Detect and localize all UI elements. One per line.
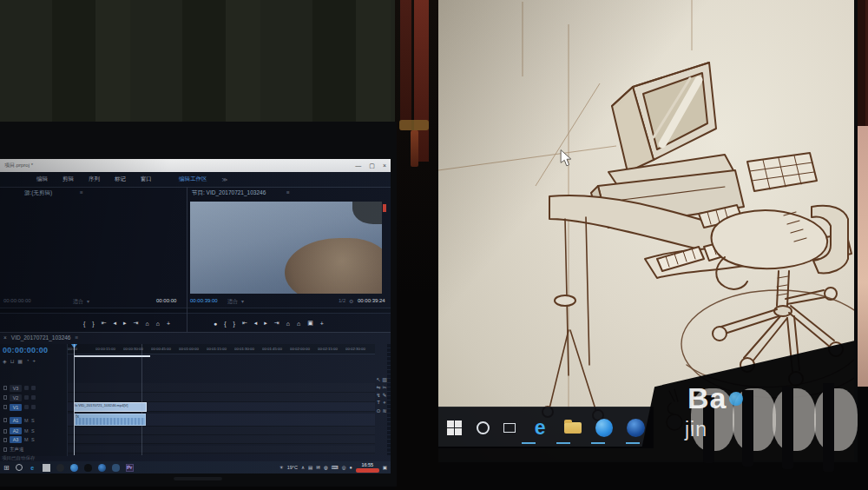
track-name[interactable]: A1 (10, 417, 22, 424)
timeline-ruler[interactable]: 00:0000:00:15:0000:00:30:0000:00:45:0000… (68, 344, 375, 354)
mute-solo-buttons[interactable]: M S (24, 428, 36, 434)
work-area-bar[interactable] (74, 355, 150, 357)
go-to-in-icon[interactable]: ⇤ (242, 320, 247, 327)
track-toggle-icon[interactable] (31, 386, 36, 390)
weather-temp[interactable]: 19°C (287, 465, 298, 470)
mark-out-icon[interactable]: } (92, 321, 94, 327)
weather-icon[interactable]: ☀ (279, 465, 284, 470)
source-fit-caret-icon[interactable]: ▾ (87, 298, 89, 304)
audio-clip[interactable]: fx (75, 414, 146, 426)
overwrite-icon[interactable]: ⌂ (156, 321, 160, 327)
timeline-settings-icon[interactable]: ◔ (26, 358, 30, 364)
browser-icon[interactable] (70, 464, 78, 472)
track-lane-v2[interactable] (68, 393, 375, 402)
track-header-a1[interactable]: A1 M S (0, 414, 68, 427)
premiere-icon[interactable]: Pr (126, 464, 134, 472)
edge-icon[interactable]: e (529, 418, 550, 439)
menu-item[interactable]: 序列 (89, 175, 100, 183)
mark-in-icon[interactable]: { (224, 321, 226, 327)
source-zoom-bar[interactable] (0, 308, 187, 314)
track-toggle-icon[interactable] (24, 405, 29, 409)
notification-dot-icon[interactable]: ● (349, 465, 352, 470)
track-lock-icon[interactable] (3, 405, 7, 409)
mute-solo-buttons[interactable]: M S (24, 437, 36, 442)
track-lock-icon[interactable] (3, 429, 7, 434)
tray-app-icon-2[interactable]: ◍ (324, 465, 328, 470)
play-icon[interactable]: ▸ (123, 320, 127, 327)
track-toggle-icon[interactable] (24, 386, 29, 390)
video-clip[interactable]: fx VID_20170721_103246.mp4[V] (74, 402, 147, 412)
cortana-button[interactable] (477, 421, 490, 434)
track-toggle-icon[interactable] (31, 395, 36, 400)
timeline-tab[interactable]: VID_20170721_103246 (11, 334, 71, 341)
track-lock-icon[interactable] (3, 418, 7, 422)
snap-icon[interactable]: ◈ (3, 358, 7, 364)
source-panel-tab[interactable]: 源:(无剪辑) (24, 189, 52, 197)
tray-app-icon-3[interactable]: ◎ (342, 465, 346, 470)
track-name[interactable]: V3 (10, 385, 22, 392)
step-back-icon[interactable]: ◂ (114, 320, 117, 327)
app-icon-blue[interactable] (98, 464, 106, 472)
notification-center-icon[interactable]: ▣ (383, 465, 387, 470)
button-editor-icon[interactable]: + (167, 321, 170, 327)
ime-icon[interactable]: ⌨ (332, 465, 339, 470)
export-frame-icon[interactable]: ▣ (307, 320, 313, 327)
track-header-v2[interactable]: V2 (0, 393, 68, 402)
app-icon-dark[interactable] (56, 464, 64, 472)
track-lock-icon[interactable] (3, 447, 7, 452)
start-button[interactable] (447, 420, 463, 436)
track-header-master[interactable]: 主声道 (0, 446, 68, 454)
program-zoom-select[interactable]: 1/2 (339, 298, 345, 303)
track-header-v1[interactable]: V1 (0, 402, 68, 412)
track-lane-a3[interactable] (68, 435, 375, 444)
program-fit-caret-icon[interactable]: ▾ (241, 298, 244, 304)
track-lock-icon[interactable] (3, 395, 7, 400)
menu-item[interactable]: 标记 (115, 175, 126, 183)
insert-icon[interactable]: ⌂ (145, 321, 148, 327)
minimize-button[interactable]: — (355, 162, 361, 169)
program-panel-tab[interactable]: 节目: VID_20170721_103246 (192, 189, 266, 197)
track-name[interactable]: A3 (10, 436, 22, 443)
type-tool-icon[interactable]: T (376, 400, 381, 406)
add-track-icon[interactable]: + (33, 358, 36, 364)
track-lane-a2[interactable] (68, 427, 375, 435)
mark-out-icon[interactable]: } (233, 321, 235, 327)
track-lock-icon[interactable] (3, 386, 7, 390)
play-icon[interactable]: ▸ (264, 320, 267, 327)
mark-in-icon[interactable]: { (83, 321, 85, 327)
photos-icon[interactable] (43, 464, 50, 472)
track-toggle-icon[interactable] (31, 405, 36, 409)
zoom-tool-icon[interactable]: ⊙ (376, 407, 381, 414)
slip-tool-icon[interactable]: ↯ (376, 392, 381, 398)
program-settings-icon[interactable]: ⚙ (349, 298, 353, 304)
close-button[interactable]: × (383, 162, 386, 169)
add-marker-icon[interactable]: ▦ (17, 358, 23, 364)
linked-selection-icon[interactable]: ⊔ (10, 358, 15, 364)
menu-item[interactable]: 编辑 (36, 175, 48, 183)
lift-icon[interactable]: ⌂ (286, 321, 290, 327)
menu-item[interactable]: 剪辑 (62, 175, 74, 183)
cloud-app-icon[interactable] (112, 464, 120, 472)
program-zoom-bar[interactable] (187, 308, 391, 314)
extract-icon[interactable]: ⌂ (297, 321, 300, 327)
track-lane-master[interactable] (68, 446, 375, 454)
qq-browser-app-icon[interactable] (627, 419, 645, 437)
start-button[interactable]: ⊞ (3, 464, 10, 472)
track-name[interactable]: V1 (10, 404, 22, 411)
add-marker-icon[interactable]: ● (214, 321, 217, 327)
step-back-icon[interactable]: ◂ (254, 320, 258, 327)
timeline-panel-menu-icon[interactable]: ≡ (75, 334, 78, 341)
step-forward-icon[interactable]: ⇥ (274, 320, 279, 327)
cortana-search-icon[interactable] (16, 464, 23, 471)
task-view-button[interactable] (503, 423, 516, 433)
browser-app-icon[interactable] (595, 419, 614, 437)
timeline-close-icon[interactable]: × (3, 334, 7, 341)
mute-solo-buttons[interactable]: M S (24, 418, 36, 423)
tray-app-icon[interactable]: ▤ (308, 465, 312, 470)
source-fit-select[interactable]: 适合 (73, 298, 83, 306)
workspace-tab[interactable]: 编辑工作区 (179, 175, 207, 183)
maximize-button[interactable]: ▢ (369, 162, 375, 169)
source-panel-menu-icon[interactable]: ≡ (80, 189, 83, 195)
qq-icon[interactable] (84, 464, 92, 472)
step-forward-icon[interactable]: ⇥ (134, 320, 139, 327)
